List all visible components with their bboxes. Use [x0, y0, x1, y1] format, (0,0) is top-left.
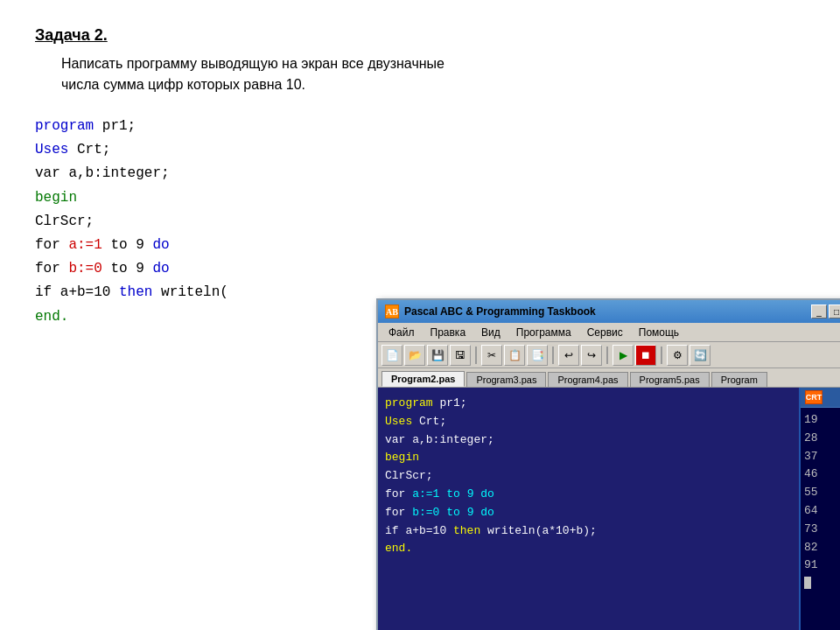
code-line: for b:=0 to 9 do [35, 257, 368, 281]
crt-icon: CRT [805, 390, 822, 404]
window-icon: AB [385, 304, 399, 318]
menu-bar: ФайлПравкаВидПрограммаСервисПомощь [378, 323, 840, 342]
menu-item[interactable]: Вид [474, 325, 508, 340]
crt-output-line: 82 [804, 539, 840, 557]
stop-button[interactable]: ⏹ [635, 345, 656, 366]
menu-item[interactable]: Сервис [580, 325, 630, 340]
editor-line: program pr1; [385, 395, 792, 413]
code-line: end. [35, 305, 368, 329]
toolbar-sep-4 [661, 346, 662, 364]
editor-tab[interactable]: Program4.pas [548, 372, 627, 387]
task-description: Написать программу выводящую на экран вс… [61, 53, 805, 95]
window-titlebar: AB Pascal ABC & Programming Taskbook _ □… [378, 300, 840, 323]
toolbar: 📄 📂 💾 🖫 ✂ 📋 📑 ↩ ↪ ▶ ⏹ ⚙ 🔄 [378, 342, 840, 368]
redo-button[interactable]: ↪ [581, 345, 602, 366]
tab-bar: Program2.pasProgram3.pasProgram4.pasProg… [378, 368, 840, 388]
refresh-button[interactable]: 🔄 [690, 345, 710, 366]
toolbar-sep-1 [475, 346, 477, 364]
undo-button[interactable]: ↩ [558, 345, 579, 366]
editor-line: for a:=1 to 9 do [385, 486, 792, 504]
crt-panel: CRT 192837465564738291 [799, 388, 840, 630]
editor-tab[interactable]: Program2.pas [382, 371, 465, 387]
save-file-button[interactable]: 💾 [427, 345, 448, 366]
crt-output-line: 19 [804, 411, 840, 430]
editor-tab[interactable]: Program3.pas [466, 372, 546, 387]
save-all-button[interactable]: 🖫 [450, 345, 471, 366]
crt-cursor [804, 577, 811, 589]
editor-line: var a,b:integer; [385, 431, 792, 450]
menu-item[interactable]: Помощь [632, 325, 686, 340]
code-editor[interactable]: program pr1;Uses Crt;var a,b:integer;beg… [378, 388, 799, 630]
copy-button[interactable]: 📋 [504, 345, 525, 366]
paste-button[interactable]: 📑 [527, 345, 548, 366]
editor-tab[interactable]: Program [711, 372, 767, 387]
menu-item[interactable]: Правка [424, 325, 473, 340]
crt-output-line: 64 [804, 502, 840, 521]
window-title: Pascal ABC & Programming Taskbook [404, 305, 806, 318]
editor-line: for b:=0 to 9 do [385, 504, 792, 522]
run-button[interactable]: ▶ [612, 345, 634, 366]
menu-item[interactable]: Программа [509, 325, 578, 340]
toolbar-sep-3 [606, 346, 608, 364]
editor-line: Uses Crt; [385, 413, 792, 431]
pascal-abc-window[interactable]: AB Pascal ABC & Programming Taskbook _ □… [376, 298, 840, 630]
new-file-button[interactable]: 📄 [382, 345, 402, 366]
crt-output: 192837465564738291 [801, 408, 840, 630]
task-heading: Задача 2. [35, 26, 805, 45]
crt-output-line: 91 [804, 556, 840, 575]
crt-header: CRT [801, 388, 840, 408]
editor-line: begin [385, 449, 792, 467]
settings-button[interactable]: ⚙ [667, 345, 688, 366]
code-line: if a+b=10 then writeln( [35, 281, 368, 304]
editor-line: end. [385, 540, 792, 558]
editor-line: if a+b=10 then writeln(a*10+b); [385, 522, 792, 541]
crt-output-line: 28 [804, 430, 840, 448]
crt-output-line: 46 [804, 466, 840, 484]
code-line: begin [35, 186, 368, 210]
open-file-button[interactable]: 📂 [404, 345, 425, 366]
code-line: program pr1; [35, 115, 368, 138]
crt-output-line: 73 [804, 521, 840, 539]
maximize-button[interactable]: □ [829, 304, 840, 318]
editor-tab[interactable]: Program5.pas [630, 372, 710, 387]
main-area: program pr1;Uses Crt;var a,b:integer;beg… [378, 388, 840, 630]
left-code-section: program pr1;Uses Crt;var a,b:integer;beg… [35, 115, 368, 329]
code-line: ClrScr; [35, 210, 368, 234]
code-line: var a,b:integer; [35, 162, 368, 186]
cut-button[interactable]: ✂ [481, 345, 502, 366]
crt-output-line: 55 [804, 484, 840, 502]
crt-output-line: 37 [804, 448, 840, 466]
editor-line: ClrScr; [385, 467, 792, 486]
code-line: Uses Crt; [35, 138, 368, 162]
menu-item[interactable]: Файл [382, 325, 422, 340]
minimize-button[interactable]: _ [811, 304, 827, 318]
toolbar-sep-2 [552, 346, 554, 364]
code-line: for a:=1 to 9 do [35, 234, 368, 257]
